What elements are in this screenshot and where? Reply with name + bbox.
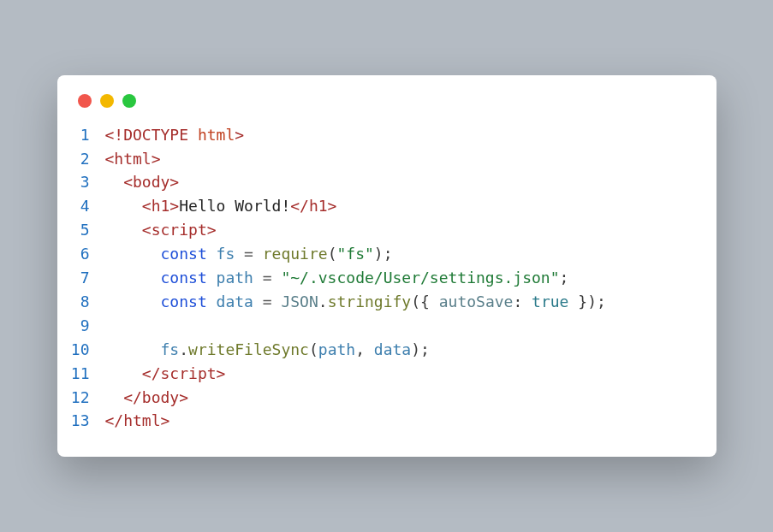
code-line: 13 </html>	[57, 409, 717, 433]
code-line: 7 const path = "~/.vscode/User/settings.…	[57, 266, 717, 290]
code-line: 4 <h1>Hello World!</h1>	[57, 194, 717, 218]
code-content: <body>	[105, 170, 717, 194]
line-number: 3	[57, 170, 105, 194]
minimize-icon[interactable]	[100, 94, 114, 108]
code-content: <h1>Hello World!</h1>	[105, 194, 717, 218]
code-line: 6 const fs = require("fs");	[57, 242, 717, 266]
line-number: 1	[57, 123, 105, 147]
code-line: 11 </script>	[57, 362, 717, 386]
code-content: <script>	[105, 218, 717, 242]
line-number: 7	[57, 266, 105, 290]
code-line: 1 <!DOCTYPE html>	[57, 123, 717, 147]
code-content: <!DOCTYPE html>	[105, 123, 717, 147]
code-content: const path = "~/.vscode/User/settings.js…	[105, 266, 717, 290]
code-line: 9	[57, 314, 717, 338]
code-content: </script>	[105, 362, 717, 386]
line-number: 5	[57, 218, 105, 242]
code-content: </body>	[105, 386, 717, 410]
line-number: 4	[57, 194, 105, 218]
code-line: 8 const data = JSON.stringify({ autoSave…	[57, 290, 717, 314]
code-content: fs.writeFileSync(path, data);	[105, 338, 717, 362]
code-block: 1 <!DOCTYPE html> 2 <html> 3 <body> 4 <h…	[57, 123, 717, 434]
code-line: 5 <script>	[57, 218, 717, 242]
code-line: 12 </body>	[57, 386, 717, 410]
maximize-icon[interactable]	[122, 94, 136, 108]
code-content: <html>	[105, 147, 717, 171]
line-number: 2	[57, 147, 105, 171]
code-line: 2 <html>	[57, 147, 717, 171]
line-number: 6	[57, 242, 105, 266]
line-number: 8	[57, 290, 105, 314]
code-content: </html>	[105, 409, 717, 433]
line-number: 13	[57, 409, 105, 433]
line-number: 11	[57, 362, 105, 386]
code-window: 1 <!DOCTYPE html> 2 <html> 3 <body> 4 <h…	[57, 75, 717, 458]
line-number: 12	[57, 386, 105, 410]
close-icon[interactable]	[78, 94, 92, 108]
code-content: const fs = require("fs");	[105, 242, 717, 266]
line-number: 9	[57, 314, 105, 338]
window-controls	[57, 94, 717, 123]
code-line: 10 fs.writeFileSync(path, data);	[57, 338, 717, 362]
code-content: const data = JSON.stringify({ autoSave: …	[105, 290, 717, 314]
code-line: 3 <body>	[57, 170, 717, 194]
line-number: 10	[57, 338, 105, 362]
